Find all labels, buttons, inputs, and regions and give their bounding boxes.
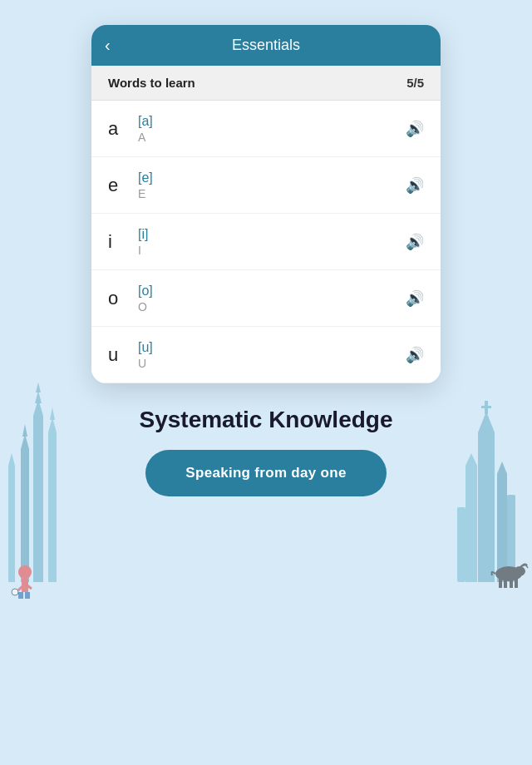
svg-point-30 [514,566,525,576]
audio-button[interactable]: 🔊 [406,176,424,195]
word-info: [e] E [138,170,406,200]
word-translation: I [138,244,406,257]
svg-marker-9 [22,424,27,437]
audio-button[interactable]: 🔊 [406,346,424,364]
svg-marker-26 [497,461,507,474]
word-translation: O [138,300,406,313]
svg-point-18 [12,589,18,595]
tagline: Systematic Knowledge [140,407,393,433]
svg-rect-7 [21,449,29,582]
svg-marker-11 [8,453,15,466]
word-translation: U [138,357,406,370]
word-list: a [a] A 🔊 e [e] E 🔊 i [i] I 🔊 o [o] [91,101,441,383]
svg-rect-22 [481,406,491,408]
word-item: u [u] U 🔊 [91,327,441,383]
svg-rect-32 [504,578,507,588]
svg-marker-6 [50,407,55,420]
svg-rect-14 [18,592,23,599]
svg-rect-33 [510,578,513,588]
svg-rect-19 [478,432,495,582]
word-char: i [108,231,126,253]
svg-marker-3 [36,382,41,392]
word-phonetic: [e] [138,170,406,185]
word-item: e [e] E 🔊 [91,157,441,214]
svg-marker-20 [478,412,495,432]
svg-rect-27 [457,507,466,582]
word-phonetic: [i] [138,227,406,242]
word-char: e [108,175,126,196]
word-item: i [i] I 🔊 [91,214,441,270]
bottom-section: Systematic Knowledge Speaking from day o… [140,407,393,496]
svg-rect-4 [48,432,57,582]
word-item: o [o] O 🔊 [91,270,441,327]
word-phonetic: [a] [138,114,406,129]
cta-button[interactable]: Speaking from day one [145,450,386,496]
word-char: o [108,288,126,309]
word-char: u [108,344,126,366]
words-to-learn-bar: Words to learn 5/5 [91,66,441,101]
header-title: Essentials [232,37,300,54]
svg-rect-23 [466,466,477,582]
word-info: [a] A [138,114,406,144]
audio-button[interactable]: 🔊 [406,289,424,308]
words-bar-label: Words to learn [108,76,195,90]
word-phonetic: [u] [138,340,406,355]
word-info: [i] I [138,227,406,257]
svg-rect-34 [515,578,518,588]
word-phonetic: [o] [138,284,406,299]
word-char: a [108,118,126,140]
word-item: a [a] A 🔊 [91,101,441,157]
back-button[interactable]: ‹ [105,36,111,55]
svg-rect-10 [8,466,15,582]
word-translation: E [138,187,406,200]
audio-button[interactable]: 🔊 [406,120,424,138]
phone-card: ‹ Essentials Words to learn 5/5 a [a] A … [91,25,441,383]
svg-rect-31 [499,578,502,588]
audio-button[interactable]: 🔊 [406,233,424,251]
svg-rect-25 [497,474,507,582]
svg-rect-0 [33,416,43,582]
svg-point-12 [18,565,32,579]
svg-rect-15 [25,592,30,599]
svg-marker-24 [466,453,477,466]
app-header: ‹ Essentials [91,25,441,66]
word-info: [u] U [138,340,406,370]
word-info: [o] O [138,284,406,313]
svg-marker-2 [35,391,42,403]
words-bar-count: 5/5 [406,76,424,90]
word-translation: A [138,131,406,144]
